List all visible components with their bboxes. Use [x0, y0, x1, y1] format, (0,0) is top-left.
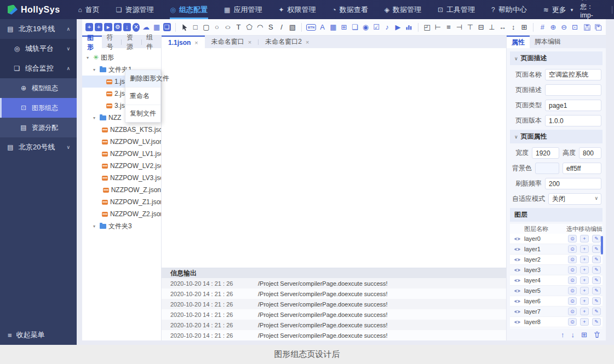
sidebar-item-monitor[interactable]: ❏ 综合监控 ∧ [0, 59, 77, 78]
layer-move-button[interactable]: + [580, 287, 589, 294]
tree-node-nzzpow-lv[interactable]: NZZPOW_LV.json [82, 136, 161, 148]
text-tool[interactable]: T [234, 22, 243, 33]
align-right-button[interactable]: ⊣ [455, 22, 464, 33]
nav-item-config[interactable]: ◎组态配置 [163, 0, 215, 19]
tab-symbols[interactable]: 符号 [102, 36, 122, 48]
canvas-tab-unnamed2[interactable]: 未命名窗口2 × [259, 36, 315, 48]
circle-tool[interactable]: ○ [213, 22, 222, 33]
design-canvas[interactable] [162, 48, 506, 268]
close-icon[interactable]: × [248, 39, 251, 45]
tab-graphics[interactable]: 图形 [82, 36, 102, 48]
sidebar-item-line20[interactable]: ▤ 北京20号线 ∨ [0, 137, 77, 157]
sidebar-item-platform[interactable]: ◎ 城轨平台 ∨ [0, 39, 77, 59]
tree-node-nzzpow-z2[interactable]: NZZPOW_Z2.json [82, 208, 161, 220]
align-left-button[interactable]: ⊢ [433, 22, 443, 33]
copy-widget-tool[interactable]: ❏ [350, 22, 359, 33]
table-widget-tool[interactable]: ▦ [329, 22, 338, 33]
section-layers[interactable]: 图层 [510, 208, 602, 222]
arc-tool[interactable]: ◠ [255, 22, 265, 33]
file-config-button[interactable]: ⚙ [114, 23, 122, 31]
layer-edit-button[interactable]: ✎ [592, 276, 601, 284]
bg-color-swatch[interactable] [535, 163, 559, 174]
polygon-tool[interactable]: ⬠ [245, 22, 254, 33]
radio-widget-tool[interactable]: ◉ [361, 22, 370, 33]
section-page-description[interactable]: ∨ 页面描述 [510, 51, 602, 65]
layer-select-button[interactable]: ⊙ [568, 318, 577, 326]
context-menu-copy[interactable]: 复制文件 [125, 105, 160, 122]
layer-edit-button[interactable]: ✎ [592, 256, 601, 263]
tree-node-nzzpow-lv2[interactable]: NZZPOW_LV2.json [82, 160, 161, 172]
layer-row[interactable]: layer1⊙+✎ [510, 244, 602, 255]
page-name-input[interactable] [545, 69, 601, 80]
layer-row[interactable]: layer8⊙+✎ [510, 317, 602, 327]
page-version-input[interactable] [545, 115, 601, 126]
context-menu-delete[interactable]: 删除图形文件 [125, 70, 160, 88]
page-type-input[interactable] [545, 100, 601, 111]
section-page-properties[interactable]: ∨ 页面属性 [510, 130, 602, 143]
copy-page-button[interactable]: ❏ [163, 23, 171, 31]
layer-add-button[interactable]: ⊞ [581, 331, 587, 339]
sidebar-item-resource-alloc[interactable]: ▤ 资源分配 [0, 118, 77, 137]
layer-select-button[interactable]: ⊙ [568, 235, 577, 242]
layer-select-button[interactable]: ⊙ [568, 287, 577, 294]
ellipse-tool[interactable]: ○ [223, 22, 232, 33]
eye-icon[interactable] [510, 309, 524, 314]
layer-edit-button[interactable]: ✎ [592, 235, 601, 242]
save-button[interactable] [583, 22, 592, 33]
add-file-button[interactable]: + [95, 23, 102, 31]
save-all-button[interactable] [593, 22, 602, 33]
layer-move-button[interactable]: + [580, 297, 589, 305]
video-widget-tool[interactable]: ▶ [393, 22, 403, 33]
distribute-v-button[interactable]: ↕ [509, 22, 518, 33]
button-widget-tool[interactable]: BTN [306, 22, 316, 33]
line-tool[interactable]: / [277, 22, 286, 33]
tree-node-root[interactable]: ▾✳图形 [82, 51, 161, 63]
align-top-button[interactable]: ⊤ [466, 22, 475, 33]
layer-delete-button[interactable] [594, 331, 600, 338]
eye-icon[interactable] [510, 278, 524, 283]
tab-script-editor[interactable]: 脚本编辑 [530, 36, 566, 48]
textfield-widget-tool[interactable]: A [318, 22, 327, 33]
nav-item-permission[interactable]: ✦权限管理 [271, 0, 323, 19]
eye-icon[interactable] [510, 268, 524, 273]
canvas-tab-1json[interactable]: 1.1json × [162, 36, 205, 48]
tab-properties[interactable]: 属性 [507, 36, 530, 48]
layer-down-button[interactable]: ↓ [571, 331, 575, 339]
layer-select-button[interactable]: ⊙ [568, 297, 577, 305]
window-widget-tool[interactable]: ⊞ [340, 22, 349, 33]
tree-node-nzzpow-z[interactable]: NZZPOW_Z.json [82, 184, 161, 196]
distribute-h-button[interactable]: ↔ [498, 22, 507, 33]
nav-item-home[interactable]: ⌂首页 [71, 0, 107, 19]
nav-item-data-mgmt[interactable]: ◈数据管理 [377, 0, 428, 19]
align-bottom-button[interactable]: ⊥ [487, 22, 496, 33]
grid-toggle-button[interactable]: # [538, 22, 547, 33]
layer-row[interactable]: layer3⊙+✎ [510, 265, 602, 275]
eye-icon[interactable] [510, 320, 524, 325]
layer-edit-button[interactable]: ✎ [592, 245, 601, 253]
layer-select-button[interactable]: ⊙ [568, 256, 577, 263]
layer-row[interactable]: layer6⊙+✎ [510, 296, 602, 307]
nav-item-data-view[interactable]: ◔数据查看 [325, 0, 375, 19]
tree-node-folder3[interactable]: ▾文件夹3 [82, 220, 161, 232]
select-cursor-tool[interactable] [180, 22, 190, 33]
fit-view-button[interactable]: ⊡ [570, 22, 579, 33]
context-menu-rename[interactable]: 重命名 [125, 88, 160, 105]
image-tool[interactable]: ▧ [288, 22, 297, 33]
transform-button[interactable]: ◰ [422, 22, 432, 33]
layer-move-button[interactable]: + [580, 256, 589, 263]
layer-move-button[interactable]: + [580, 235, 589, 242]
eye-icon[interactable] [510, 247, 524, 252]
rounded-rect-tool[interactable]: ▢ [202, 22, 211, 33]
nav-item-help[interactable]: ?帮助中心 [484, 0, 534, 19]
components-button[interactable]: ▦ [152, 22, 162, 33]
sidebar-item-line19[interactable]: ▤ 北京19号线 ∧ [0, 19, 77, 39]
add-folder-button[interactable]: + [85, 23, 93, 31]
sidebar-item-graphic-config[interactable]: ⊡ 图形组态 [0, 98, 77, 118]
page-desc-input[interactable] [545, 84, 601, 96]
layer-edit-button[interactable]: ✎ [592, 287, 601, 294]
rect-tool[interactable]: □ [191, 22, 200, 33]
tab-components[interactable]: 组件 [141, 36, 161, 48]
layer-row[interactable]: layer5⊙+✎ [510, 286, 602, 296]
align-middle-button[interactable]: ⊟ [477, 22, 486, 33]
eye-icon[interactable] [510, 257, 524, 262]
